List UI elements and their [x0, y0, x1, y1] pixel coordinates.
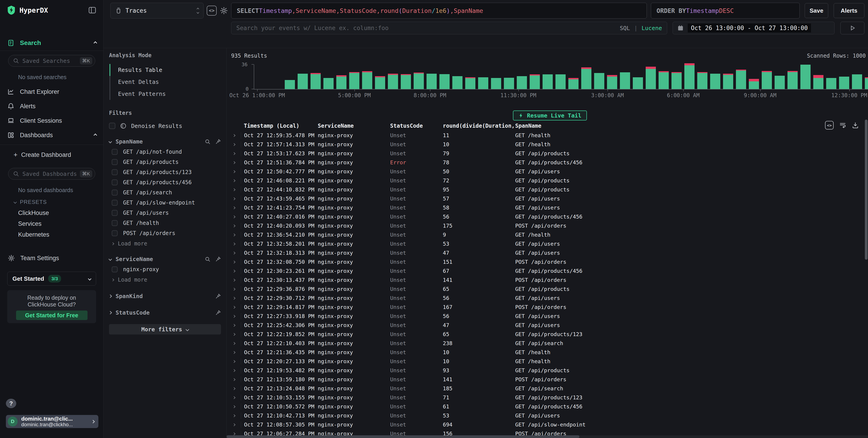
- row-expand-icon[interactable]: [231, 270, 241, 272]
- table-row[interactable]: Oct 27 12:59:35.478 PMnginx-proxyUnset11…: [227, 131, 865, 140]
- horizontal-scrollbar[interactable]: [227, 435, 868, 438]
- row-expand-icon[interactable]: [231, 297, 241, 299]
- lucene-toggle[interactable]: Lucene: [642, 25, 662, 31]
- row-expand-icon[interactable]: [231, 433, 241, 435]
- sidebar-item-alerts[interactable]: Alerts: [0, 99, 103, 113]
- filter-option[interactable]: GET /api/not-found: [109, 149, 221, 155]
- row-expand-icon[interactable]: [231, 162, 241, 164]
- row-expand-icon[interactable]: [231, 406, 241, 408]
- row-expand-icon[interactable]: [231, 171, 241, 173]
- table-row[interactable]: Oct 27 12:21:36.435 PMnginx-proxyUnset10…: [227, 348, 865, 357]
- table-row[interactable]: Oct 27 12:13:59.180 PMnginx-proxyUnset14…: [227, 375, 865, 384]
- row-expand-icon[interactable]: [231, 378, 241, 380]
- time-range-picker[interactable]: Oct 26 13:00:00 - Oct 27 13:00:00: [673, 22, 835, 34]
- row-expand-icon[interactable]: [231, 324, 241, 326]
- load-more-button[interactable]: Load more: [109, 240, 221, 247]
- table-row[interactable]: Oct 27 12:22:19.852 PMnginx-proxyUnset65…: [227, 330, 865, 339]
- checkbox[interactable]: [112, 230, 118, 236]
- table-row[interactable]: Oct 27 12:44:10.832 PMnginx-proxyUnset95…: [227, 185, 865, 194]
- code-view-icon[interactable]: <>: [207, 6, 217, 15]
- table-row[interactable]: Oct 27 12:25:42.306 PMnginx-proxyUnset47…: [227, 321, 865, 330]
- sidebar-item-dashboards[interactable]: Dashboards: [0, 128, 103, 142]
- resume-live-tail-button[interactable]: Resume Live Tail: [513, 110, 587, 121]
- row-expand-icon[interactable]: [231, 189, 241, 191]
- analysis-mode-option[interactable]: Event Patterns: [110, 88, 221, 100]
- row-expand-icon[interactable]: [231, 198, 241, 200]
- checkbox[interactable]: [112, 210, 118, 216]
- table-row[interactable]: Oct 27 12:46:08.221 PMnginx-proxyUnset72…: [227, 176, 865, 185]
- load-more-button[interactable]: Load more: [109, 277, 221, 283]
- presets-header[interactable]: PRESETS: [14, 199, 103, 205]
- checkbox[interactable]: [112, 169, 118, 175]
- table-row[interactable]: Oct 27 12:30:13.437 PMnginx-proxyUnset14…: [227, 275, 865, 284]
- table-row[interactable]: Oct 27 12:43:59.465 PMnginx-proxyUnset57…: [227, 194, 865, 203]
- row-expand-icon[interactable]: [231, 143, 241, 145]
- row-expand-icon[interactable]: [231, 288, 241, 290]
- sidebar-item-client-sessions[interactable]: Client Sessions: [0, 113, 103, 128]
- table-row[interactable]: Oct 27 12:22:10.403 PMnginx-proxyUnset23…: [227, 339, 865, 348]
- filter-option[interactable]: nginx-proxy: [109, 266, 221, 273]
- help-button[interactable]: ?: [6, 399, 16, 408]
- table-row[interactable]: Oct 27 12:40:20.093 PMnginx-proxyUnset17…: [227, 221, 865, 230]
- row-expand-icon[interactable]: [231, 279, 241, 281]
- checkbox[interactable]: [112, 149, 118, 155]
- analysis-mode-option[interactable]: Event Deltas: [110, 76, 221, 88]
- sidebar-item-team-settings[interactable]: Team Settings: [0, 251, 103, 265]
- preset-item-clickhouse[interactable]: ClickHouse: [0, 207, 103, 218]
- table-row[interactable]: Oct 27 12:29:30.712 PMnginx-proxyUnset56…: [227, 294, 865, 303]
- table-row[interactable]: Oct 27 12:29:14.817 PMnginx-proxyUnset16…: [227, 303, 865, 312]
- table-row[interactable]: Oct 27 12:50:42.777 PMnginx-proxyUnset50…: [227, 167, 865, 176]
- source-select[interactable]: Traces: [111, 3, 204, 19]
- row-expand-icon[interactable]: [231, 243, 241, 245]
- pin-icon[interactable]: [215, 310, 221, 316]
- table-row[interactable]: Oct 27 12:29:36.876 PMnginx-proxyUnset65…: [227, 284, 865, 294]
- filter-option[interactable]: GET /health: [109, 220, 221, 226]
- chevron-up-icon[interactable]: [94, 41, 97, 45]
- checkbox[interactable]: [112, 266, 118, 272]
- table-row[interactable]: Oct 27 12:10:42.713 PMnginx-proxyUnset53…: [227, 411, 865, 420]
- table-row[interactable]: Oct 27 12:30:23.261 PMnginx-proxyUnset67…: [227, 266, 865, 275]
- table-row[interactable]: Oct 27 12:20:27.133 PMnginx-proxyUnset10…: [227, 357, 865, 366]
- table-row[interactable]: Oct 27 12:19:53.482 PMnginx-proxyUnset93…: [227, 366, 865, 375]
- sql-toggle[interactable]: SQL: [620, 25, 630, 31]
- pin-icon[interactable]: [215, 256, 221, 262]
- row-expand-icon[interactable]: [231, 342, 241, 344]
- checkbox[interactable]: [112, 159, 118, 165]
- more-filters-button[interactable]: More filters: [109, 324, 221, 335]
- filter-option[interactable]: POST /api/orders: [109, 230, 221, 236]
- table-row[interactable]: Oct 27 12:41:23.754 PMnginx-proxyUnset58…: [227, 203, 865, 212]
- save-button[interactable]: Save: [805, 3, 828, 18]
- select-clause-input[interactable]: SELECT Timestamp,ServiceName,StatusCode,…: [231, 3, 647, 19]
- sidebar-collapse-icon[interactable]: [88, 6, 97, 14]
- preset-item-services[interactable]: Services: [0, 218, 103, 229]
- row-expand-icon[interactable]: [231, 207, 241, 209]
- checkbox[interactable]: [112, 179, 118, 185]
- column-header-spanname[interactable]: SpanName: [515, 123, 868, 129]
- column-header-duration[interactable]: round(divide(Duration,: [443, 123, 515, 129]
- filter-option[interactable]: GET /api/products/123: [109, 169, 221, 175]
- row-expand-icon[interactable]: [231, 180, 241, 182]
- table-row[interactable]: Oct 27 12:08:57.305 PMnginx-proxyUnset69…: [227, 420, 865, 429]
- checkbox[interactable]: [112, 190, 118, 196]
- row-expand-icon[interactable]: [231, 252, 241, 254]
- table-row[interactable]: Oct 27 12:32:58.201 PMnginx-proxyUnset53…: [227, 239, 865, 248]
- table-row[interactable]: Oct 27 12:10:53.155 PMnginx-proxyUnset71…: [227, 393, 865, 402]
- table-row[interactable]: Oct 27 12:13:24.048 PMnginx-proxyUnset18…: [227, 384, 865, 393]
- table-row[interactable]: Oct 27 12:57:14.313 PMnginx-proxyUnset10…: [227, 140, 865, 149]
- table-row[interactable]: Oct 27 12:32:08.750 PMnginx-proxyUnset15…: [227, 258, 865, 266]
- saved-searches-input[interactable]: Saved Searches ⌘K: [8, 55, 95, 67]
- row-expand-icon[interactable]: [231, 424, 241, 426]
- pin-icon[interactable]: [215, 139, 221, 145]
- analysis-mode-option[interactable]: Results Table: [110, 64, 221, 76]
- order-by-input[interactable]: ORDER BY Timestamp DESC: [651, 3, 800, 19]
- row-expand-icon[interactable]: [231, 225, 241, 227]
- denoise-results-toggle[interactable]: Denoise Results: [109, 123, 221, 129]
- gear-icon[interactable]: [220, 6, 228, 15]
- filter-group-spanname[interactable]: SpanName: [109, 138, 221, 145]
- table-row[interactable]: Oct 27 12:06:27.284 PMnginx-proxyUnset15…: [227, 429, 865, 435]
- checkbox[interactable]: [109, 123, 115, 129]
- table-row[interactable]: Oct 27 12:32:18.313 PMnginx-proxyUnset47…: [227, 248, 865, 258]
- saved-dashboards-input[interactable]: Saved Dashboards ⌘K: [8, 168, 95, 180]
- event-search-input[interactable]: Search your events w/ Lucene ex. column:…: [231, 22, 667, 34]
- row-expand-icon[interactable]: [231, 388, 241, 390]
